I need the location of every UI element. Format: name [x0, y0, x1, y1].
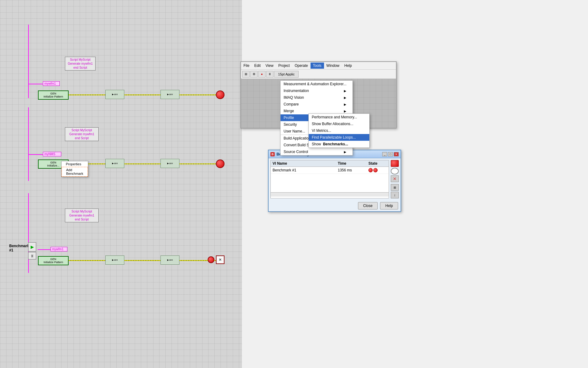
col-time: Time [338, 161, 368, 166]
menu-window[interactable]: Window [324, 63, 342, 69]
table-empty-area [271, 174, 389, 192]
benchmark-footer: Close Help [269, 200, 401, 211]
cell-time: 1356 ms [338, 168, 368, 172]
cell-vi-name: Benchmark #1 [273, 168, 338, 172]
menu-help[interactable]: Help [342, 63, 354, 69]
toolbar-label: 15pt Applic [274, 71, 299, 78]
benchmark-content: VI Name Time State Benchmark #1 1356 ms [269, 158, 401, 200]
wire-label-1: mywfm1 [43, 81, 60, 86]
horizontal-scrollbar[interactable] [271, 192, 389, 197]
arrow-icon-4: ▶ [344, 109, 346, 113]
dashed-wire-1a [69, 94, 105, 95]
terminal-1 [216, 90, 224, 99]
ctx-properties[interactable]: Properties [62, 161, 88, 167]
toolbar: ⊞ ⚙ ● ⏸ 15pt Applic [241, 70, 396, 79]
side-btn-scroll[interactable]: ↕ [391, 192, 399, 198]
window-controls: _ □ ✕ [382, 152, 399, 156]
indicator-1a: ▶ ann [105, 90, 124, 99]
side-btn-outline[interactable] [391, 168, 399, 174]
indicator-2b: ▶ ann [160, 159, 179, 168]
indicator-3a: ▶ ann [105, 255, 124, 265]
profile-submenu: Performance and Memory... Show Buffer Al… [308, 113, 370, 148]
cell-state [368, 168, 387, 172]
toolbar-btn-pause[interactable]: ⏸ [266, 71, 273, 78]
table-row: Benchmark #1 1356 ms [271, 167, 389, 174]
submenu-benchmarks[interactable]: Show Benchmarks... [309, 141, 369, 148]
state-dot-active-2 [373, 168, 378, 172]
minimize-button[interactable]: _ [382, 152, 387, 156]
dropdown-imaq[interactable]: IMAQ Vision ▶ [281, 94, 352, 101]
ctx-add-benchmark[interactable]: Add Benchmark [62, 167, 88, 177]
wire-h-1a [28, 84, 43, 84]
dropdown-instrumentation[interactable]: Instrumentation ▶ [281, 87, 352, 94]
maximize-button[interactable]: □ [388, 152, 393, 156]
toolbar-btn-stop[interactable]: ● [258, 71, 266, 78]
dropdown-compare[interactable]: Compare ▶ [281, 101, 352, 108]
block-diagram-panel: Script MyScript Generate mywfm1 end Scri… [0, 0, 242, 368]
menu-edit[interactable]: Edit [252, 63, 263, 69]
terminal-3: ✕ [216, 255, 224, 264]
terminal-3-red [208, 256, 214, 263]
wire-h-3a [38, 249, 51, 250]
menu-file[interactable]: File [241, 63, 252, 69]
menu-project[interactable]: Project [276, 63, 292, 69]
context-menu[interactable]: Properties Add Benchmark [61, 161, 88, 177]
help-dialog-button[interactable]: Help [380, 202, 398, 209]
terminal-2 [216, 159, 224, 168]
dropdown-source-control[interactable]: Source Control ▶ [281, 148, 352, 155]
benchmark-start-icon: ▶ [28, 242, 36, 251]
arrow-icon-7: ▶ [344, 150, 346, 154]
arrow-icon: ▶ [344, 89, 346, 93]
submenu-find-parallel[interactable]: Find Parallelizable Loops... [309, 134, 369, 141]
dashed-wire-3a [69, 260, 105, 261]
tools-menu-window: File Edit View Project Operate Tools Win… [240, 61, 397, 128]
indicator-1b: ▶ ann [160, 90, 179, 99]
state-dot-active [368, 168, 373, 172]
script-box-3: Script MyScriptGenerate mywfm1end Script [65, 209, 99, 222]
dashed-wire-1b [124, 94, 161, 95]
dashed-wire-1c [179, 94, 216, 95]
wire-v-1 [28, 25, 29, 98]
script-box-2: Script MyScriptGenerate mywfm1end Script [65, 127, 99, 141]
toolbar-btn-grid[interactable]: ⊞ [242, 71, 250, 78]
close-dialog-button[interactable]: Close [358, 202, 378, 209]
benchmark-label: Benchmark #1 [9, 244, 29, 252]
side-btn-red[interactable] [391, 160, 399, 167]
dropdown-mae[interactable]: Measurement & Automation Explorer... [281, 81, 352, 87]
table-header: VI Name Time State [271, 160, 389, 167]
col-state: State [368, 161, 387, 166]
benchmark-manager-window: B Benchmark Manager _ □ ✕ VI Name Time S… [268, 150, 401, 212]
menu-bar: File Edit View Project Operate Tools Win… [241, 62, 396, 70]
benchmark-window-icon: B [270, 152, 275, 156]
submenu-vi-metrics[interactable]: VI Metrics... [309, 127, 369, 134]
gen-block-3: GEN Initialize Pattern [38, 256, 69, 265]
side-buttons-panel: ✕ ⊞ ↕ [391, 160, 399, 198]
wire-label-2: myNMS [43, 152, 61, 156]
gen-block-1: GEN Initialize Pattern [38, 90, 69, 100]
wire-v-2 [28, 107, 29, 181]
side-btn-x[interactable]: ✕ [391, 175, 399, 182]
wire-h-2a [28, 154, 43, 155]
script-box-1: Script MyScript Generate mywfm1 end Scri… [65, 57, 96, 71]
menu-view[interactable]: View [263, 63, 276, 69]
submenu-buffer[interactable]: Show Buffer Allocations... [309, 121, 369, 127]
benchmark-table: VI Name Time State Benchmark #1 1356 ms [270, 160, 389, 198]
wire-v-3 [28, 193, 29, 273]
benchmark-stop-icon: ⧖ [28, 252, 36, 259]
indicator-2a: ▶ ann [105, 159, 124, 168]
menu-tools[interactable]: Tools [311, 63, 324, 69]
arrow-icon-3: ▶ [344, 103, 346, 106]
side-btn-zoom[interactable]: ⊞ [391, 184, 399, 191]
dashed-wire-2b [124, 163, 161, 164]
dashed-wire-2c [179, 163, 216, 164]
indicator-3b: ▶ ann [160, 255, 179, 265]
menu-operate[interactable]: Operate [292, 63, 310, 69]
toolbar-btn-settings[interactable]: ⚙ [250, 71, 258, 78]
wire-label-3: mywfm1 [51, 247, 67, 251]
close-button[interactable]: ✕ [394, 152, 399, 156]
dashed-wire-3b [124, 260, 161, 261]
col-vi-name: VI Name [273, 161, 338, 166]
arrow-icon-2: ▶ [344, 96, 346, 99]
submenu-perf-memory[interactable]: Performance and Memory... [309, 114, 369, 121]
